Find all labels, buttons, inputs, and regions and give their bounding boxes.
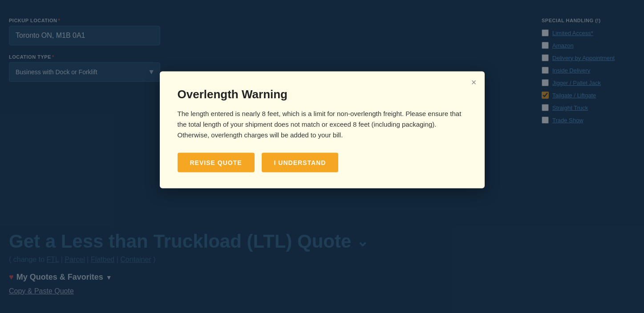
modal-title: Overlength Warning [178, 88, 467, 101]
modal-body: The length entered is nearly 8 feet, whi… [178, 108, 467, 140]
modal-buttons: REVISE QUOTE I UNDERSTAND [178, 153, 467, 173]
revise-quote-button[interactable]: REVISE QUOTE [178, 153, 255, 173]
overlength-warning-modal: × Overlength Warning The length entered … [160, 72, 485, 189]
i-understand-button[interactable]: I UNDERSTAND [262, 153, 339, 173]
modal-close-button[interactable]: × [471, 78, 477, 87]
